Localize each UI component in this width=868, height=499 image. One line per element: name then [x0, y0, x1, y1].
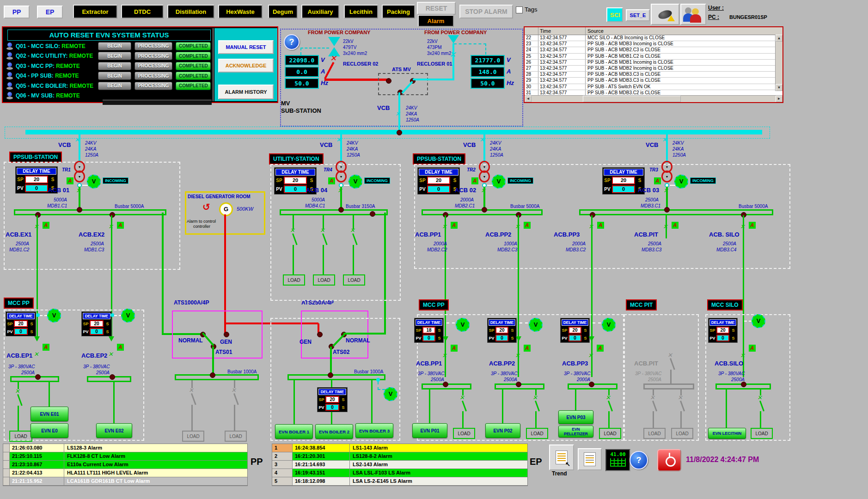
- pp-alarm-row[interactable]: 21:26:03.080 LS128-3 Alarm: [3, 444, 247, 452]
- pp-alarm-row[interactable]: 21:22:04.413 HLA111 LT111 HIGH LEVEL Ala…: [3, 469, 247, 477]
- trend-button[interactable]: [549, 444, 574, 470]
- stop-alarm-button[interactable]: STOP ALARM: [459, 5, 513, 18]
- scroll-left-icon[interactable]: ◄: [525, 96, 532, 102]
- set-e-button[interactable]: SET_E: [626, 9, 650, 21]
- footer-help-button[interactable]: ?: [630, 451, 648, 469]
- recloser-02-breaker-icon[interactable]: [330, 55, 336, 61]
- vcb-breaker-icon[interactable]: [662, 137, 667, 143]
- breaker-icon[interactable]: [740, 353, 745, 359]
- breaker-icon[interactable]: [459, 395, 465, 401]
- pp-alarm-row[interactable]: 21:23:10.867 E110a Current Low Alarm: [3, 461, 247, 469]
- vcb-breaker-icon[interactable]: [395, 111, 400, 117]
- ep-alarm-row[interactable]: 1 16:24:38.854 LS1-143 Alarm: [272, 444, 527, 452]
- sp-value[interactable]: 20: [14, 320, 28, 327]
- evn-e01-button[interactable]: EVN E01: [31, 407, 68, 421]
- breaker-icon[interactable]: [231, 387, 236, 393]
- begin-button[interactable]: BEGIN: [98, 62, 131, 70]
- sp-value[interactable]: 20: [716, 327, 729, 334]
- breaker-icon[interactable]: [757, 395, 762, 401]
- col-time[interactable]: Time: [538, 27, 586, 35]
- nav-ep-button[interactable]: EP: [37, 6, 63, 18]
- scroll-right-icon[interactable]: ►: [776, 96, 782, 102]
- breaker-icon[interactable]: [189, 387, 194, 393]
- evn-pelletizer-button[interactable]: EVN PELLETIZER: [558, 426, 593, 438]
- breaker-icon[interactable]: [650, 395, 655, 401]
- evn-e0-button[interactable]: EVN E0: [31, 423, 68, 438]
- completed-button[interactable]: COMPLETED: [176, 52, 211, 60]
- nav-extractor-button[interactable]: Extractor: [73, 5, 117, 18]
- sp-value[interactable]: 20: [284, 176, 307, 184]
- alarm-row[interactable]: 27 13:42:34.577 PP SUB - ACB MDB2 Incomi…: [525, 66, 776, 72]
- breaker-icon[interactable]: [532, 395, 538, 401]
- acb-ex2-breaker-icon[interactable]: [108, 224, 113, 230]
- sp-value[interactable]: 20: [495, 327, 508, 334]
- evn-boiler1-button[interactable]: EVN BOILER 1: [275, 424, 313, 439]
- voltmeter-incoming[interactable]: [674, 175, 688, 189]
- nav-packing-button[interactable]: Packing: [382, 5, 415, 18]
- alarm-row[interactable]: 28 13:42:34.577 PP SUB - ACB MDB3.C3 is …: [525, 72, 776, 78]
- breaker-icon[interactable]: [605, 395, 611, 401]
- completed-button[interactable]: COMPLETED: [176, 62, 211, 70]
- sp-value[interactable]: 18: [422, 327, 435, 334]
- sp-value[interactable]: 20: [612, 176, 635, 184]
- breaker-icon[interactable]: [15, 388, 20, 394]
- manual-reset-button[interactable]: MANUAL RESET: [218, 40, 274, 54]
- nav-hexwaste-button[interactable]: HexWaste: [218, 5, 263, 18]
- breaker-icon[interactable]: [320, 227, 325, 233]
- mouse-alarm-button[interactable]: [651, 4, 679, 25]
- alarm-row[interactable]: 23 13:42:34.577 PP SUB - ACB MDB3 Incomi…: [525, 41, 776, 47]
- completed-button[interactable]: COMPLETED: [176, 82, 211, 90]
- sp-value[interactable]: 20: [25, 176, 48, 183]
- breaker-icon[interactable]: [515, 353, 520, 359]
- processing-button[interactable]: PROCESSING: [134, 52, 172, 60]
- help-icon[interactable]: ?: [284, 34, 300, 50]
- nav-lecithin-button[interactable]: Lecithin: [344, 5, 378, 18]
- scroll-up-icon[interactable]: ▲: [776, 35, 782, 42]
- vcb-breaker-icon[interactable]: [74, 137, 79, 143]
- pp-alarm-row[interactable]: 21:25:10.115 FLK128-8 CT Low Alarm: [3, 452, 247, 461]
- breaker-icon[interactable]: [678, 395, 683, 401]
- evn-p02-button[interactable]: EVN P02: [485, 423, 520, 438]
- acb-pp2-breaker-icon[interactable]: [515, 224, 520, 230]
- completed-button[interactable]: COMPLETED: [176, 42, 211, 50]
- acknowledge-button[interactable]: ACKNOWLEDGE: [218, 59, 274, 73]
- evn-p01-button[interactable]: EVN P01: [412, 423, 447, 438]
- vcb-breaker-icon[interactable]: [336, 137, 341, 143]
- breaker-icon[interactable]: [290, 227, 295, 233]
- voltmeter[interactable]: [456, 318, 470, 332]
- alarm-row[interactable]: 24 13:42:34.577 PP SUB - ACB MDB2.C3 is …: [525, 47, 776, 53]
- breaker-icon[interactable]: [667, 352, 672, 358]
- evn-lecithin-button[interactable]: EVN LECITHIN: [708, 428, 746, 439]
- begin-button[interactable]: BEGIN: [98, 72, 131, 80]
- processing-button[interactable]: PROCESSING: [134, 72, 172, 80]
- users-button[interactable]: [680, 4, 706, 25]
- acb-silo-breaker-icon[interactable]: [740, 224, 745, 230]
- nav-pp-button[interactable]: PP: [4, 6, 30, 18]
- ep-alarm-row[interactable]: 5 16:18:12.098 LSA LS-2-E145 LS Alarm: [272, 477, 527, 486]
- voltmeter[interactable]: [752, 314, 765, 328]
- nav-dtdc-button[interactable]: DTDC: [121, 5, 164, 18]
- col-source[interactable]: Source: [586, 27, 782, 35]
- voltmeter[interactable]: [47, 309, 61, 323]
- nav-distillation-button[interactable]: Distillation: [167, 5, 214, 18]
- sp-value[interactable]: 20: [90, 320, 104, 327]
- voltmeter-incoming[interactable]: [87, 175, 101, 189]
- evn-boiler3-button[interactable]: EVN BOILER 3: [355, 423, 393, 438]
- acb-ex1-breaker-icon[interactable]: [34, 224, 39, 230]
- acb-ep1-breaker-icon[interactable]: [34, 351, 39, 357]
- sci-button[interactable]: SCI: [606, 7, 623, 22]
- vertical-scrollbar[interactable]: ▲ ▼: [775, 35, 782, 91]
- evn-p03-button[interactable]: EVN P03: [558, 410, 593, 424]
- voltmeter[interactable]: [529, 318, 543, 332]
- alarm-row[interactable]: 30 13:42:34.577 PP SUB - ATS Switch EVN …: [525, 84, 776, 90]
- sp-value[interactable]: 20: [427, 176, 450, 184]
- alarm-row[interactable]: 26 13:42:34.577 PP SUB - ACB MDB1 Incomi…: [525, 60, 776, 66]
- meter-display[interactable]: 41.00: [605, 449, 630, 471]
- sp-value[interactable]: 20: [568, 327, 581, 334]
- sp-value[interactable]: 20: [325, 396, 339, 403]
- alarm-button[interactable]: Alarm: [418, 15, 454, 27]
- breaker-icon[interactable]: [442, 353, 447, 359]
- alarm-row[interactable]: 22 13:42:34.577 MCC SILO - ACB Incoming …: [525, 35, 776, 41]
- processing-button[interactable]: PROCESSING: [134, 62, 172, 70]
- begin-button[interactable]: BEGIN: [98, 82, 131, 90]
